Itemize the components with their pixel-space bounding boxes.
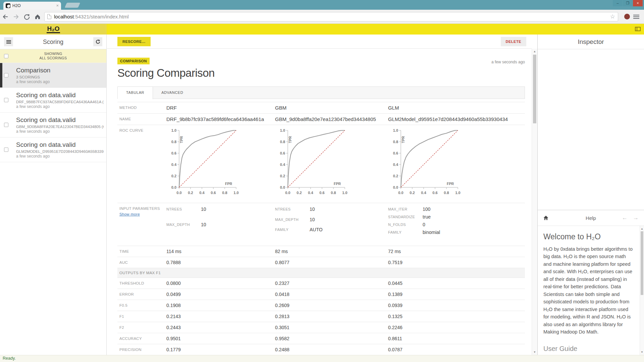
help-forward-icon[interactable]: → xyxy=(633,215,639,221)
roc-curve-chart: 0.00.00.20.20.40.40.60.60.80.81.01.0TPRF… xyxy=(275,128,354,199)
parameter-value: true xyxy=(423,214,525,220)
scoring-item-subtitle: GBM_9D0BA8FFA20E7EA123047BED34434805 (CA… xyxy=(16,124,104,129)
minimize-button[interactable]: – xyxy=(613,0,623,6)
metric-value: 0.3051 xyxy=(275,325,388,330)
parameters-cell: NTREES10MAX_DEPTH10 xyxy=(166,206,275,236)
method-value: GBM xyxy=(275,105,388,111)
scroll-up-icon[interactable]: ▲ xyxy=(532,49,537,54)
help-back-icon[interactable]: ← xyxy=(622,215,628,221)
back-icon[interactable] xyxy=(0,12,11,22)
help-welcome-title: Welcome to H₂O xyxy=(543,232,634,241)
scoring-checkbox[interactable] xyxy=(4,147,8,152)
scoring-checkbox[interactable] xyxy=(4,123,8,127)
extension-icon[interactable] xyxy=(624,14,630,19)
tab-advanced[interactable]: ADVANCED xyxy=(153,87,192,99)
svg-text:0.0: 0.0 xyxy=(398,191,403,195)
parameter-name: MAX_DEPTH xyxy=(166,221,201,236)
scoring-item-title: Scoring on data.valid xyxy=(16,92,104,99)
metric-row: THRESHOLD0.08000.23270.0445 xyxy=(117,278,525,289)
parameter-name: MAX_ITER xyxy=(388,206,423,213)
reload-icon[interactable] xyxy=(21,12,32,22)
scoring-item-title: Comparison xyxy=(16,67,104,74)
scroll-up-icon[interactable]: ▲ xyxy=(640,226,644,231)
menu-button[interactable] xyxy=(4,37,13,46)
svg-text:0.4: 0.4 xyxy=(199,191,205,195)
metric-value: 0.0787 xyxy=(388,347,525,352)
tab-tabular[interactable]: TABULAR xyxy=(118,87,153,99)
metric-value: 0.9501 xyxy=(166,336,275,341)
scrollbar-thumb[interactable] xyxy=(641,231,643,295)
panes-icon[interactable] xyxy=(635,27,641,31)
url-bar[interactable]: localhost:54321/steam/index.html ☆ xyxy=(44,12,618,21)
method-value: GLM xyxy=(388,105,525,111)
parameter-value: 0 xyxy=(423,221,525,228)
page-title: Scoring Comparison xyxy=(117,67,525,79)
refresh-button[interactable] xyxy=(93,37,102,46)
name-row: NAMEDRF_9b8b7fc937ac589fd6feca6436aa461a… xyxy=(117,113,525,125)
browser-menu-icon[interactable] xyxy=(633,14,639,20)
method-row: METHODDRFGBMGLM xyxy=(117,102,525,113)
metric-label: TIME xyxy=(117,249,166,254)
sidebar: Scoring SHOWING ALL SCORINGS Comparison3… xyxy=(0,35,107,355)
home-icon[interactable] xyxy=(32,12,43,22)
showing-label: SHOWING ALL SCORINGS xyxy=(0,49,106,60)
roc-chance-line xyxy=(288,130,345,187)
help-header: Help ← → xyxy=(538,210,644,226)
metric-value: 0.1779 xyxy=(166,347,275,352)
scroll-down-icon[interactable]: ▼ xyxy=(640,350,644,355)
tab-close-icon[interactable]: × xyxy=(56,3,59,8)
svg-text:0.0: 0.0 xyxy=(280,185,285,189)
metric-value: 72 ms xyxy=(388,249,525,254)
show-more-link[interactable]: Show more xyxy=(119,212,166,216)
parameter-value: binomial xyxy=(423,229,525,236)
scrollbar-thumb[interactable] xyxy=(533,55,536,123)
metric-value: 0.2609 xyxy=(275,303,388,308)
tab-title: H2O xyxy=(12,3,56,8)
scoring-item-time: a few seconds ago xyxy=(16,104,104,109)
main-scrollbar[interactable]: ▲ ▼ xyxy=(532,49,537,355)
metric-value: 0.1389 xyxy=(388,292,525,297)
scoring-list-item[interactable]: Scoring on data.validGLM2MODEL_D95951E7D… xyxy=(0,137,106,162)
input-parameters-row: INPUT PARAMETERSShow moreNTREES10MAX_DEP… xyxy=(117,203,525,246)
new-tab-button[interactable] xyxy=(65,3,80,8)
metric-row: TIME114 ms82 ms72 ms xyxy=(117,246,525,257)
scroll-down-icon[interactable]: ▼ xyxy=(532,350,537,355)
comparison-table: METHODDRFGBMGLMNAMEDRF_9b8b7fc937ac589fd… xyxy=(117,102,525,355)
forward-icon[interactable] xyxy=(11,12,21,22)
rescore-button[interactable]: RESCORE... xyxy=(117,37,151,46)
parameter-value: 10 xyxy=(201,206,275,220)
close-button[interactable]: × xyxy=(633,0,643,6)
showing-filter-row: SHOWING ALL SCORINGS xyxy=(0,49,106,63)
metric-label: F2 xyxy=(117,325,166,330)
metric-value: 0.9582 xyxy=(275,336,388,341)
roc-chance-line xyxy=(179,130,236,187)
svg-text:0.2: 0.2 xyxy=(188,191,193,195)
scoring-item-title: Scoring on data.valid xyxy=(16,141,104,148)
metric-label: ACCURACY xyxy=(117,336,166,341)
scoring-list-item[interactable]: Comparison3 SCORINGSa few seconds ago xyxy=(0,63,106,88)
comparison-badge: COMPARISON xyxy=(117,58,150,64)
method-value: DRF xyxy=(166,105,275,111)
select-all-checkbox[interactable] xyxy=(4,54,8,58)
bookmark-star-icon[interactable]: ☆ xyxy=(610,13,615,20)
scoring-item-time: a few seconds ago xyxy=(16,79,104,84)
roc-curve-chart: 0.00.00.20.20.40.40.60.60.80.81.01.0TPRF… xyxy=(388,128,467,199)
scoring-list-item[interactable]: Scoring on data.validDRF_9B8B7FC937AC589… xyxy=(0,88,106,113)
metric-row: ACCURACY0.95010.95820.8611 xyxy=(117,333,525,344)
metric-value: 0.2143 xyxy=(166,314,275,319)
delete-button[interactable]: DELETE xyxy=(501,37,526,46)
svg-text:0.6: 0.6 xyxy=(432,191,437,195)
help-scrollbar[interactable]: ▲ ▼ xyxy=(640,226,644,355)
scoring-checkbox[interactable] xyxy=(4,73,8,77)
maximize-button[interactable]: ❐ xyxy=(623,0,633,6)
svg-text:FPR: FPR xyxy=(447,182,454,186)
svg-text:0.6: 0.6 xyxy=(211,191,216,195)
svg-text:0.2: 0.2 xyxy=(393,174,398,178)
browser-tab[interactable]: H2O × xyxy=(3,2,61,10)
app-header-sidebar: H₂O xyxy=(0,24,107,35)
svg-text:0.8: 0.8 xyxy=(171,140,176,144)
scoring-checkbox[interactable] xyxy=(4,98,8,102)
url-text[interactable]: localhost:54321/steam/index.html xyxy=(54,14,610,19)
scoring-list-item[interactable]: Scoring on data.validGBM_9D0BA8FFA20E7EA… xyxy=(0,113,106,137)
metric-value: 0.0939 xyxy=(388,303,525,308)
